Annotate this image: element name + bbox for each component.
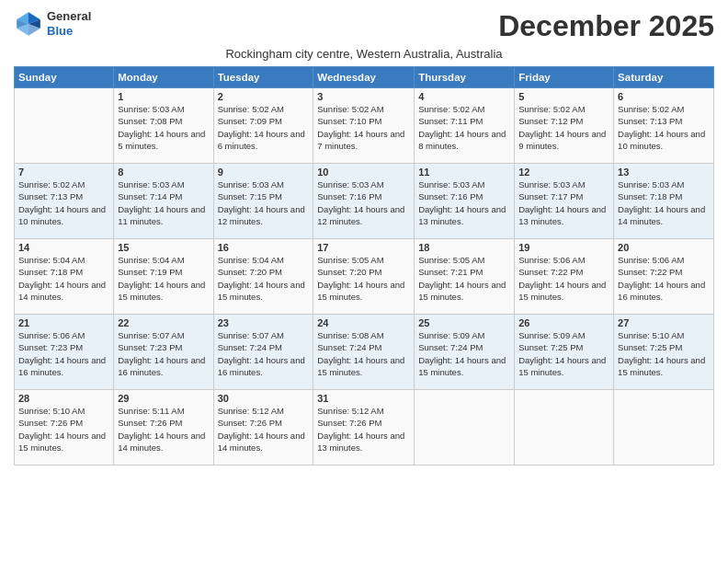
sunset-text: Sunset: 7:16 PM <box>317 191 381 201</box>
sunrise-text: Sunrise: 5:04 AM <box>18 255 85 265</box>
table-cell: 27Sunrise: 5:10 AMSunset: 7:25 PMDayligh… <box>614 315 714 390</box>
sunrise-text: Sunrise: 5:02 AM <box>317 104 383 114</box>
day-number: 27 <box>618 317 710 328</box>
sunset-text: Sunset: 7:15 PM <box>218 191 282 201</box>
table-cell: 24Sunrise: 5:08 AMSunset: 7:24 PMDayligh… <box>313 315 415 390</box>
day-number: 23 <box>218 317 310 328</box>
day-number: 25 <box>418 317 510 328</box>
sunrise-text: Sunrise: 5:02 AM <box>218 104 284 114</box>
day-info: Sunrise: 5:02 AMSunset: 7:13 PMDaylight:… <box>18 178 109 227</box>
sunset-text: Sunset: 7:09 PM <box>218 116 282 126</box>
sunrise-text: Sunrise: 5:03 AM <box>518 179 585 190</box>
daylight-text: Daylight: 14 hours and 16 minutes. <box>218 355 305 377</box>
sunrise-text: Sunrise: 5:06 AM <box>618 255 684 265</box>
sunset-text: Sunset: 7:20 PM <box>218 267 282 277</box>
day-number: 24 <box>317 317 410 328</box>
sunset-text: Sunset: 7:13 PM <box>618 116 682 126</box>
table-cell: 21Sunrise: 5:06 AMSunset: 7:23 PMDayligh… <box>15 315 114 390</box>
day-number: 4 <box>418 91 510 102</box>
sunrise-text: Sunrise: 5:07 AM <box>218 330 284 340</box>
table-cell <box>614 390 714 465</box>
table-cell: 1Sunrise: 5:03 AMSunset: 7:08 PMDaylight… <box>114 88 213 164</box>
sunrise-text: Sunrise: 5:10 AM <box>18 406 85 416</box>
table-cell: 16Sunrise: 5:04 AMSunset: 7:20 PMDayligh… <box>213 239 313 315</box>
daylight-text: Daylight: 14 hours and 13 minutes. <box>418 204 506 226</box>
sunset-text: Sunset: 7:18 PM <box>18 267 83 277</box>
day-number: 22 <box>118 317 209 328</box>
sunrise-text: Sunrise: 5:02 AM <box>618 104 684 114</box>
day-info: Sunrise: 5:08 AMSunset: 7:24 PMDaylight:… <box>317 329 410 378</box>
day-number: 18 <box>418 242 510 253</box>
day-number: 7 <box>18 167 109 178</box>
sunrise-text: Sunrise: 5:12 AM <box>218 406 284 416</box>
sunset-text: Sunset: 7:22 PM <box>618 267 682 277</box>
day-number: 15 <box>118 242 209 253</box>
daylight-text: Daylight: 14 hours and 15 minutes. <box>118 280 205 302</box>
daylight-text: Daylight: 14 hours and 13 minutes. <box>317 431 404 453</box>
day-info: Sunrise: 5:07 AMSunset: 7:24 PMDaylight:… <box>218 329 310 378</box>
week-row-2: 7Sunrise: 5:02 AMSunset: 7:13 PMDaylight… <box>15 164 714 239</box>
sunrise-text: Sunrise: 5:12 AM <box>317 406 383 416</box>
day-info: Sunrise: 5:03 AMSunset: 7:16 PMDaylight:… <box>418 178 510 227</box>
sunset-text: Sunset: 7:22 PM <box>518 267 583 277</box>
daylight-text: Daylight: 14 hours and 14 minutes. <box>218 431 305 453</box>
table-cell <box>515 390 614 465</box>
day-number: 12 <box>518 167 609 178</box>
table-cell: 23Sunrise: 5:07 AMSunset: 7:24 PMDayligh… <box>213 315 313 390</box>
daylight-text: Daylight: 14 hours and 16 minutes. <box>18 355 106 377</box>
day-info: Sunrise: 5:12 AMSunset: 7:26 PMDaylight:… <box>218 405 310 454</box>
day-info: Sunrise: 5:06 AMSunset: 7:22 PMDaylight:… <box>618 254 710 303</box>
day-number: 28 <box>18 393 109 404</box>
day-info: Sunrise: 5:05 AMSunset: 7:21 PMDaylight:… <box>418 254 510 303</box>
day-number: 3 <box>317 91 410 102</box>
sunrise-text: Sunrise: 5:10 AM <box>618 330 684 340</box>
sunset-text: Sunset: 7:25 PM <box>618 342 682 352</box>
sunset-text: Sunset: 7:24 PM <box>317 342 381 352</box>
page: General Blue December 2025 Rockingham ci… <box>0 0 728 563</box>
daylight-text: Daylight: 14 hours and 13 minutes. <box>518 204 606 226</box>
day-info: Sunrise: 5:04 AMSunset: 7:19 PMDaylight:… <box>118 254 209 303</box>
day-number: 29 <box>118 393 209 404</box>
day-number: 2 <box>218 91 310 102</box>
daylight-text: Daylight: 14 hours and 16 minutes. <box>118 355 205 377</box>
week-row-4: 21Sunrise: 5:06 AMSunset: 7:23 PMDayligh… <box>15 315 714 390</box>
month-title: December 2025 <box>498 9 714 43</box>
day-info: Sunrise: 5:09 AMSunset: 7:24 PMDaylight:… <box>418 329 510 378</box>
daylight-text: Daylight: 14 hours and 10 minutes. <box>18 204 106 226</box>
table-cell: 20Sunrise: 5:06 AMSunset: 7:22 PMDayligh… <box>614 239 714 315</box>
col-thursday: Thursday <box>415 67 515 88</box>
day-number: 19 <box>518 242 609 253</box>
day-info: Sunrise: 5:03 AMSunset: 7:18 PMDaylight:… <box>618 178 710 227</box>
daylight-text: Daylight: 14 hours and 14 minutes. <box>18 280 106 302</box>
sunrise-text: Sunrise: 5:05 AM <box>317 255 383 265</box>
day-number: 8 <box>118 167 209 178</box>
sunrise-text: Sunrise: 5:07 AM <box>118 330 184 340</box>
sunrise-text: Sunrise: 5:02 AM <box>418 104 484 114</box>
sunset-text: Sunset: 7:16 PM <box>418 191 483 201</box>
table-cell: 2Sunrise: 5:02 AMSunset: 7:09 PMDaylight… <box>213 88 313 164</box>
day-info: Sunrise: 5:12 AMSunset: 7:26 PMDaylight:… <box>317 405 410 454</box>
daylight-text: Daylight: 14 hours and 11 minutes. <box>118 204 205 226</box>
calendar-header-row: Sunday Monday Tuesday Wednesday Thursday… <box>15 67 714 88</box>
daylight-text: Daylight: 14 hours and 15 minutes. <box>618 355 705 377</box>
daylight-text: Daylight: 14 hours and 15 minutes. <box>317 280 404 302</box>
sunset-text: Sunset: 7:11 PM <box>418 116 483 126</box>
sunrise-text: Sunrise: 5:03 AM <box>618 179 684 190</box>
week-row-1: 1Sunrise: 5:03 AMSunset: 7:08 PMDaylight… <box>15 88 714 164</box>
table-cell: 29Sunrise: 5:11 AMSunset: 7:26 PMDayligh… <box>114 390 213 465</box>
day-info: Sunrise: 5:06 AMSunset: 7:23 PMDaylight:… <box>18 329 109 378</box>
sunrise-text: Sunrise: 5:05 AM <box>418 255 484 265</box>
daylight-text: Daylight: 14 hours and 6 minutes. <box>218 129 305 151</box>
day-info: Sunrise: 5:04 AMSunset: 7:20 PMDaylight:… <box>218 254 310 303</box>
sunset-text: Sunset: 7:24 PM <box>218 342 282 352</box>
sunrise-text: Sunrise: 5:08 AM <box>317 330 383 340</box>
title-section: December 2025 <box>498 9 714 43</box>
table-cell: 13Sunrise: 5:03 AMSunset: 7:18 PMDayligh… <box>614 164 714 239</box>
daylight-text: Daylight: 14 hours and 15 minutes. <box>18 431 106 453</box>
daylight-text: Daylight: 14 hours and 15 minutes. <box>418 355 506 377</box>
day-info: Sunrise: 5:02 AMSunset: 7:13 PMDaylight:… <box>618 103 710 152</box>
table-cell: 30Sunrise: 5:12 AMSunset: 7:26 PMDayligh… <box>213 390 313 465</box>
logo-line2: Blue <box>47 24 91 39</box>
day-number: 11 <box>418 167 510 178</box>
table-cell: 19Sunrise: 5:06 AMSunset: 7:22 PMDayligh… <box>515 239 614 315</box>
